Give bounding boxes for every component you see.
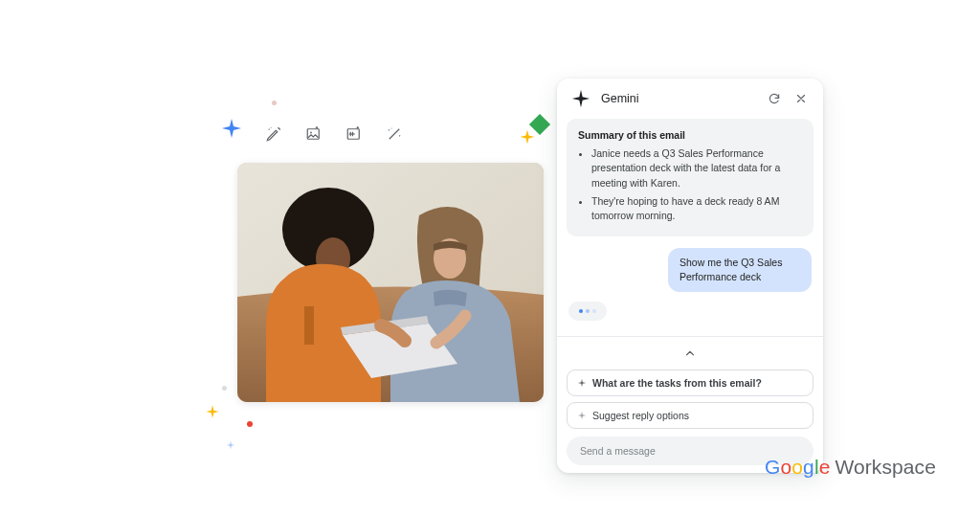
image-add-icon[interactable] bbox=[304, 124, 323, 144]
suggestion-label: What are the tasks from this email? bbox=[592, 377, 762, 389]
panel-title: Gemini bbox=[601, 92, 758, 105]
decor-spark-yellow-2 bbox=[205, 404, 220, 419]
divider bbox=[557, 336, 823, 337]
chevron-up-icon bbox=[683, 347, 697, 360]
gemini-toolbar bbox=[220, 124, 404, 144]
magic-wand-icon[interactable] bbox=[385, 124, 404, 144]
workspace-wordmark: Workspace bbox=[835, 456, 936, 479]
gemini-side-panel: Gemini Summary of this email Janice need… bbox=[557, 78, 823, 473]
gemini-spark-icon bbox=[577, 411, 587, 420]
suggestion-chip-primary[interactable]: What are the tasks from this email? bbox=[567, 369, 813, 396]
close-icon bbox=[794, 92, 808, 105]
message-input-placeholder: Send a message bbox=[580, 445, 656, 457]
collapse-suggestions-button[interactable] bbox=[680, 347, 700, 360]
svg-point-2 bbox=[310, 132, 312, 134]
suggestion-area: What are the tasks from this email? Sugg… bbox=[557, 343, 823, 429]
user-message-bubble: Show me the Q3 Sales Performance deck bbox=[668, 248, 812, 291]
summary-heading: Summary of this email bbox=[578, 128, 802, 143]
suggestion-label: Suggest reply options bbox=[592, 410, 689, 421]
close-button[interactable] bbox=[791, 88, 812, 109]
decor-spark-tiny bbox=[226, 440, 235, 450]
suggestion-chip[interactable]: Suggest reply options bbox=[567, 402, 813, 429]
refresh-button[interactable] bbox=[764, 88, 785, 109]
summary-card: Summary of this email Janice needs a Q3 … bbox=[567, 119, 813, 236]
magic-pencil-icon[interactable] bbox=[264, 124, 283, 144]
decor-dot-red bbox=[247, 421, 253, 427]
summary-point: They're hoping to have a deck ready 8 AM… bbox=[591, 194, 802, 223]
decor-dot-gray bbox=[222, 386, 227, 391]
refresh-icon bbox=[768, 92, 781, 105]
typing-indicator bbox=[568, 302, 607, 321]
image-expand-icon[interactable] bbox=[345, 124, 364, 144]
google-workspace-logo: Google Workspace bbox=[765, 456, 936, 479]
summary-point: Janice needs a Q3 Sales Performance pres… bbox=[591, 146, 802, 190]
gemini-spark-icon bbox=[570, 88, 591, 109]
google-wordmark: Google bbox=[765, 456, 830, 479]
decor-spark-yellow bbox=[519, 128, 536, 146]
hero-photo bbox=[237, 163, 544, 402]
decor-dot-gray-2 bbox=[272, 101, 277, 105]
gemini-spark-icon bbox=[577, 378, 587, 388]
panel-header: Gemini bbox=[557, 78, 823, 119]
svg-rect-7 bbox=[304, 306, 314, 345]
